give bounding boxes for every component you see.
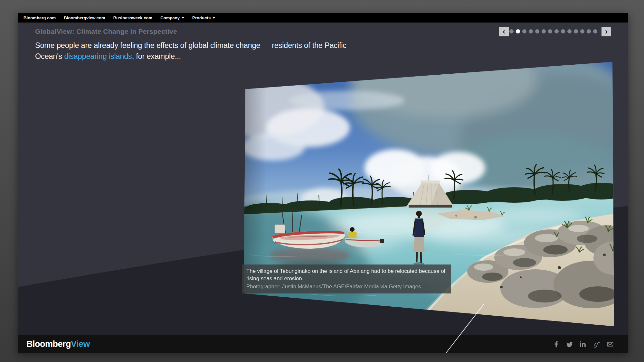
facebook-icon[interactable] [553, 341, 560, 348]
nav-link-bloomberg-com[interactable]: Bloomberg.com [24, 15, 56, 20]
disappearing-islands-link[interactable]: disappearing islands [64, 52, 132, 60]
nav-links: Bloomberg.comBloombergview.comBusinesswe… [24, 15, 223, 20]
slide-dot-10[interactable] [567, 29, 572, 33]
email-icon[interactable] [607, 341, 614, 348]
slide-dot-12[interactable] [580, 29, 584, 33]
slide-dot-11[interactable] [574, 29, 578, 33]
chevron-down-icon [213, 17, 215, 19]
page-title: GlobalView: Climate Change in Perspectiv… [35, 28, 177, 35]
slide-dot-6[interactable] [542, 29, 546, 33]
google-plus-icon[interactable]: g+ [593, 341, 600, 348]
slide-dot-3[interactable] [522, 29, 526, 33]
nav-link-label: Businessweek.com [113, 15, 153, 20]
nav-link-products[interactable]: Products [192, 15, 215, 20]
slide-dots [509, 29, 597, 33]
nav-link-label: Bloomberg.com [24, 15, 56, 20]
slide-dot-1[interactable] [509, 29, 514, 33]
brand-suffix-text: View [71, 339, 90, 349]
chevron-down-icon [182, 17, 184, 19]
svg-text:+: + [598, 341, 600, 344]
slide-dot-13[interactable] [587, 29, 591, 33]
photo-caption: The village of Tebunginako on the island… [246, 267, 446, 282]
twitter-icon[interactable] [566, 341, 573, 348]
nav-link-businessweek-com[interactable]: Businessweek.com [113, 15, 153, 20]
nav-link-company[interactable]: Company [160, 15, 184, 20]
social-links: g+ [553, 341, 614, 348]
nav-link-label: Products [192, 15, 211, 20]
slide-dot-9[interactable] [561, 29, 565, 33]
top-nav-bar: Bloomberg.comBloombergview.comBusinesswe… [18, 13, 628, 23]
linkedin-icon[interactable] [580, 341, 587, 348]
slide-dot-7[interactable] [548, 29, 552, 33]
slide-dot-2[interactable] [516, 29, 520, 33]
slide-dot-5[interactable] [535, 29, 539, 33]
slide-dot-8[interactable] [554, 29, 559, 33]
slide-dot-14[interactable] [593, 29, 597, 33]
slide-dot-4[interactable] [529, 29, 533, 33]
bloomberg-view-slideshow-page: { "nav": { "items": [ {"label": "Bloombe… [0, 0, 644, 362]
brand-text: Bloomberg [26, 339, 71, 349]
bloomberg-view-logo[interactable]: BloombergView [26, 339, 90, 349]
intro-after: , for example... [132, 52, 181, 60]
intro-text: Some people are already feeling the effe… [35, 40, 354, 62]
nav-link-label: Bloombergview.com [64, 15, 105, 20]
nav-link-bloombergview-com[interactable]: Bloombergview.com [64, 15, 105, 20]
nav-link-label: Company [160, 15, 180, 20]
footer-bar: BloombergView g+ [18, 335, 628, 353]
photo-caption-box: The village of Tebunginako on the island… [242, 265, 451, 293]
slideshow-panel: Bloomberg.comBloombergview.comBusinesswe… [18, 13, 628, 353]
previous-slide-button[interactable]: ‹ [499, 27, 509, 36]
photo-credit: Photographer: Justin McManus/The AGE/Fai… [246, 283, 446, 290]
next-slide-button[interactable]: › [601, 27, 611, 36]
